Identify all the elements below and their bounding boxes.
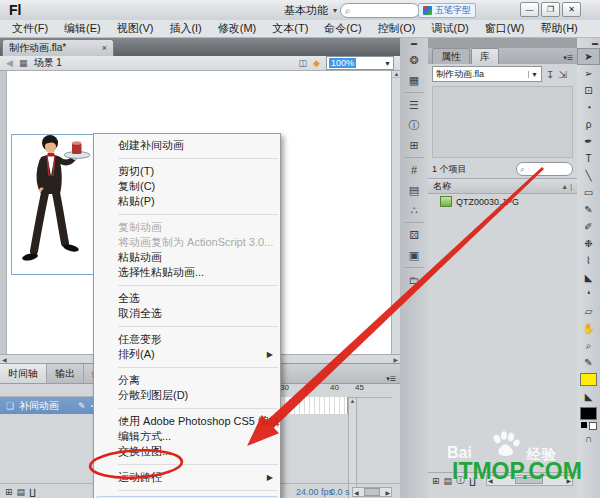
- sort-order-icon[interactable]: ▲ |: [561, 183, 572, 190]
- timeline-tab[interactable]: 时间轴: [0, 363, 47, 383]
- menubar-item[interactable]: 控制(O): [370, 20, 424, 37]
- strings-panel-icon[interactable]: ∴: [400, 200, 428, 220]
- library-name-column-header[interactable]: 名称 ▲ |: [428, 178, 577, 194]
- menubar-item[interactable]: 视图(V): [109, 20, 162, 37]
- swap-colors-icon[interactable]: [589, 422, 597, 430]
- snap-to-objects-icon[interactable]: ∩: [577, 430, 600, 447]
- new-folder-button[interactable]: ▤: [444, 476, 453, 486]
- default-colors-icon[interactable]: [577, 422, 600, 430]
- selection-tool[interactable]: ➤: [577, 48, 600, 65]
- paint-bucket-tool[interactable]: ◣: [577, 269, 600, 286]
- deco-tool[interactable]: ❉: [577, 235, 600, 252]
- info-panel-icon[interactable]: ⓘ: [400, 115, 428, 135]
- context-menu-item[interactable]: 使用 Adobe Photoshop CS5 编辑: [94, 414, 280, 429]
- pin-library-icon[interactable]: ↧: [546, 69, 554, 80]
- bone-tool[interactable]: ⌇: [577, 252, 600, 269]
- close-button[interactable]: ✕: [562, 2, 581, 17]
- document-tab[interactable]: 制作动画.fla* ×: [2, 39, 114, 56]
- edit-scene-icon[interactable]: ◫: [299, 58, 308, 68]
- menubar-item[interactable]: 编辑(E): [56, 20, 109, 37]
- stroke-color-swatch[interactable]: [580, 373, 597, 386]
- code-snippets-panel-icon[interactable]: #: [400, 160, 428, 180]
- context-menu-item[interactable]: 编辑方式...: [94, 429, 280, 444]
- hand-tool[interactable]: ✋: [577, 320, 600, 337]
- delete-layer-button[interactable]: ∐: [29, 487, 36, 497]
- edit-symbol-icon[interactable]: ◆: [313, 58, 320, 68]
- context-menu-item[interactable]: 剪切(T): [94, 164, 280, 179]
- library-document-select[interactable]: 制作动画.fla ▼: [432, 66, 542, 82]
- context-menu-item[interactable]: 创建补间动画: [94, 138, 280, 153]
- menubar-item[interactable]: 文本(T): [264, 20, 316, 37]
- context-menu-item[interactable]: 运动路径▶: [94, 470, 280, 485]
- scroll-right-icon[interactable]: ▶: [385, 489, 390, 496]
- maximize-button[interactable]: ❐: [541, 2, 560, 17]
- black-white-icon[interactable]: [581, 422, 587, 428]
- timeline-ruler[interactable]: 30354045: [280, 383, 392, 398]
- zoom-tool[interactable]: ⌕: [577, 337, 600, 354]
- context-menu-item[interactable]: 选择性粘贴动画...: [94, 265, 280, 280]
- stroke-color-icon[interactable]: ✎: [577, 354, 600, 371]
- back-arrow-icon[interactable]: ◀: [6, 58, 13, 68]
- components-panel-icon[interactable]: ⚄: [400, 225, 428, 245]
- fill-color-swatch[interactable]: [580, 407, 597, 420]
- library-list-empty-area[interactable]: [428, 209, 577, 472]
- context-menu-item[interactable]: 全选: [94, 291, 280, 306]
- menubar-item[interactable]: 插入(I): [161, 20, 209, 37]
- context-menu-item[interactable]: 分离: [94, 373, 280, 388]
- menubar-item[interactable]: 窗口(W): [477, 20, 533, 37]
- context-menu-item[interactable]: 粘贴(P): [94, 194, 280, 209]
- frame-rate-value[interactable]: 24.00 fps: [296, 487, 333, 497]
- context-menu-item[interactable]: 任意变形: [94, 332, 280, 347]
- workspace-switcher[interactable]: 基本功能 ▾: [284, 3, 337, 17]
- scroll-left-icon[interactable]: ◀: [354, 489, 359, 496]
- frame-cells[interactable]: [280, 397, 348, 414]
- timeline-tab[interactable]: 输出: [47, 364, 84, 383]
- timeline-panel-menu-icon[interactable]: ▾☰: [386, 375, 400, 383]
- menubar-item[interactable]: 帮助(H): [533, 20, 586, 37]
- panel-group-header[interactable]: [428, 38, 577, 48]
- new-folder-button[interactable]: ▤: [17, 487, 26, 497]
- library-item-row[interactable]: QTZ00030.JPG: [428, 194, 577, 209]
- swatches-panel-icon[interactable]: ▦: [400, 70, 428, 90]
- lasso-tool[interactable]: ρ: [577, 116, 600, 133]
- waiter-character-graphic[interactable]: [14, 132, 98, 272]
- context-menu-item[interactable]: 交换位图...: [94, 444, 280, 459]
- free-transform-tool[interactable]: ⊡: [577, 82, 600, 99]
- menubar-item[interactable]: 修改(M): [210, 20, 265, 37]
- context-menu-item[interactable]: 分散到图层(D): [94, 388, 280, 403]
- timeline-horizontal-scrollbar[interactable]: ◀▶: [352, 487, 392, 497]
- subselection-tool[interactable]: ➢: [577, 65, 600, 82]
- eraser-tool[interactable]: ▱: [577, 303, 600, 320]
- scrollbar-thumb[interactable]: [364, 488, 380, 496]
- menubar-item[interactable]: 调试(D): [424, 20, 477, 37]
- pen-tool[interactable]: ✒: [577, 133, 600, 150]
- text-tool[interactable]: T: [577, 150, 600, 167]
- scroll-right-icon[interactable]: ▶: [393, 356, 398, 363]
- context-menu-item[interactable]: 复制(C): [94, 179, 280, 194]
- scroll-left-icon[interactable]: ◀: [2, 356, 7, 363]
- context-menu-item[interactable]: 取消全选: [94, 306, 280, 321]
- zoom-level-select[interactable]: 100% ▼: [326, 56, 394, 70]
- context-menu-item[interactable]: 粘贴动画: [94, 250, 280, 265]
- align-panel-icon[interactable]: ☰: [400, 95, 428, 115]
- search-input[interactable]: ⌕: [340, 3, 420, 18]
- tools-panel-grip[interactable]: ▬: [577, 38, 600, 48]
- context-menu-item[interactable]: 排列(A)▶: [94, 347, 280, 362]
- rectangle-tool[interactable]: ▭: [577, 184, 600, 201]
- color-panel-icon[interactable]: ❂: [400, 50, 428, 70]
- panel-menu-icon[interactable]: ▾☰: [563, 54, 577, 64]
- eyedropper-tool[interactable]: ❛: [577, 286, 600, 303]
- ime-indicator[interactable]: 五笔字型: [418, 3, 476, 18]
- brush-tool[interactable]: ✐: [577, 218, 600, 235]
- minimize-button[interactable]: —: [520, 2, 539, 17]
- library-search-input[interactable]: ⌕: [516, 162, 573, 176]
- new-library-panel-icon[interactable]: ⇲: [558, 69, 566, 80]
- menubar-item[interactable]: 命令(C): [316, 20, 369, 37]
- menubar-item[interactable]: 文件(F): [4, 20, 56, 37]
- project-panel-icon[interactable]: 🗀: [400, 270, 428, 290]
- tab-properties[interactable]: 属性: [432, 48, 470, 64]
- tab-close-icon[interactable]: ×: [102, 43, 107, 53]
- new-layer-button[interactable]: ⊞: [5, 487, 13, 497]
- panel-strip-grip[interactable]: ▬: [400, 38, 428, 50]
- pencil-tool[interactable]: ✎: [577, 201, 600, 218]
